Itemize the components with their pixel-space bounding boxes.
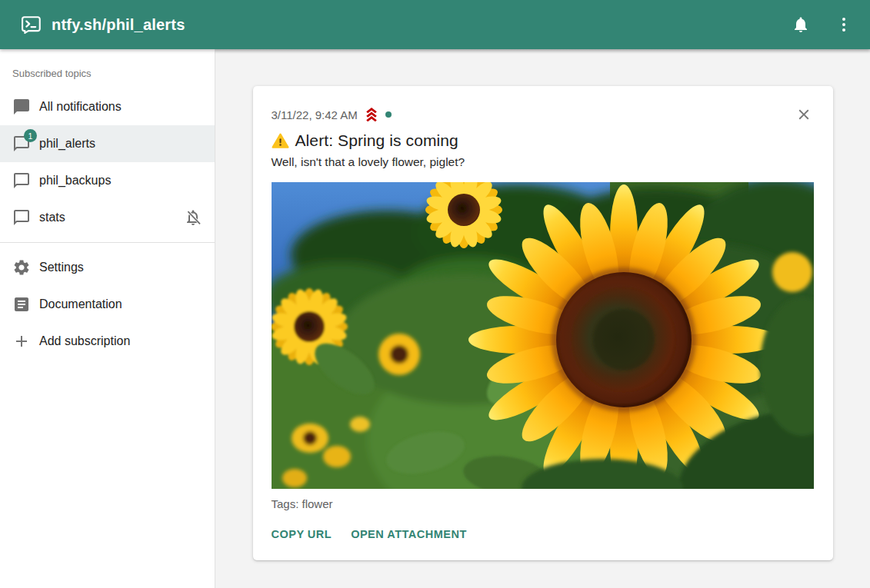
unread-dot <box>385 111 392 118</box>
sidebar-item-label: phil_alerts <box>39 137 95 151</box>
copy-url-button[interactable]: COPY URL <box>272 527 332 542</box>
sidebar-item-label: Documentation <box>39 297 122 311</box>
plus-icon <box>12 332 31 350</box>
article-icon <box>12 295 31 314</box>
notification-header: 3/11/22, 9:42 AM <box>272 104 815 125</box>
sidebar-item-add-subscription[interactable]: Add subscription <box>0 323 215 360</box>
chat-filled-icon <box>12 98 31 116</box>
sidebar-item-label: All notifications <box>39 100 122 114</box>
section-label: Subscribed topics <box>0 49 215 88</box>
sidebar-item-documentation[interactable]: Documentation <box>0 286 215 323</box>
sidebar-item-label: stats <box>39 211 65 224</box>
main-area: 3/11/22, 9:42 AM <box>215 49 870 588</box>
notification-actions: COPY URL OPEN ATTACHMENT <box>272 527 815 542</box>
tags-label: Tags: flower <box>272 497 815 510</box>
sidebar-item-all-notifications[interactable]: All notifications <box>0 88 215 125</box>
notification-title-row: Alert: Spring is coming <box>272 131 815 150</box>
app-title: ntfy.sh/phil_alerts <box>52 16 185 34</box>
attachment-image[interactable] <box>272 182 814 489</box>
timestamp: 3/11/22, 9:42 AM <box>272 108 358 121</box>
app-bar: ntfy.sh/phil_alerts <box>0 0 870 49</box>
notification-card: 3/11/22, 9:42 AM <box>253 86 833 560</box>
notification-title: Alert: Spring is coming <box>295 131 458 150</box>
ntfy-logo-icon <box>21 14 42 35</box>
sidebar-item-stats[interactable]: stats <box>0 199 215 236</box>
sidebar-item-phil-backups[interactable]: phil_backups <box>0 162 215 199</box>
sidebar-item-phil-alerts[interactable]: 1 phil_alerts <box>0 125 215 162</box>
open-attachment-button[interactable]: OPEN ATTACHMENT <box>351 527 467 542</box>
sidebar-item-label: phil_backups <box>39 174 111 188</box>
sidebar: Subscribed topics All notifications 1 ph… <box>0 49 215 588</box>
notifications-off-icon <box>184 208 202 227</box>
chat-outline-icon <box>12 171 31 190</box>
notification-body: Well, isn't that a lovely flower, piglet… <box>272 155 815 169</box>
priority-max-icon <box>363 106 380 123</box>
sidebar-divider <box>0 242 215 243</box>
unread-count-badge: 1 <box>24 129 37 142</box>
sidebar-item-settings[interactable]: Settings <box>0 249 215 286</box>
chat-outline-icon <box>12 208 31 227</box>
gear-icon <box>12 258 31 277</box>
sidebar-item-label: Settings <box>39 261 84 274</box>
close-icon[interactable] <box>793 104 815 125</box>
sidebar-item-label: Add subscription <box>39 334 130 348</box>
warning-emoji-icon <box>272 132 289 150</box>
kebab-menu-icon[interactable] <box>828 9 859 40</box>
notifications-bell-icon[interactable] <box>785 9 816 40</box>
chat-outline-icon: 1 <box>12 135 31 153</box>
